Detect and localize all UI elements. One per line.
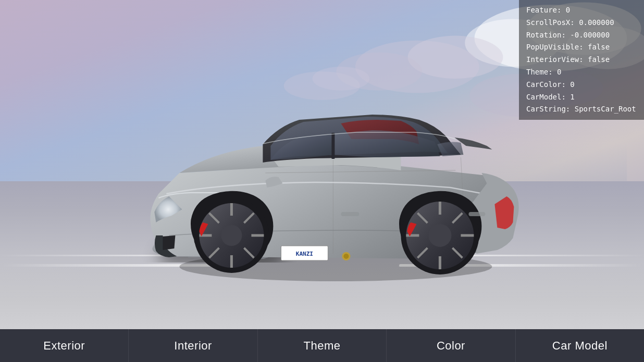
car-svg: KANZI <box>117 58 544 288</box>
svg-rect-40 <box>341 212 359 216</box>
debug-feature: Feature: 0 <box>526 4 637 17</box>
debug-rotation: Rotation: -0.000000 <box>526 29 637 42</box>
svg-rect-41 <box>468 212 485 216</box>
svg-point-29 <box>428 224 451 247</box>
debug-popup: PopUpVisible: false <box>526 41 637 54</box>
svg-point-18 <box>221 225 242 246</box>
nav-interior-label: Interior <box>174 339 212 353</box>
nav-car-model-label: Car Model <box>552 339 608 353</box>
debug-color: CarColor: 0 <box>526 79 637 91</box>
svg-point-15 <box>343 254 349 259</box>
debug-overlay: Feature: 0 ScrollPosX: 0.000000 Rotation… <box>519 0 644 120</box>
nav-color-label: Color <box>437 339 465 353</box>
debug-string: CarString: SportsCar_Root <box>526 103 637 116</box>
nav-interior[interactable]: Interior <box>129 329 257 362</box>
svg-rect-13 <box>331 133 335 159</box>
debug-interior: InteriorView: false <box>526 54 637 66</box>
nav-theme[interactable]: Theme <box>258 329 387 362</box>
nav-color[interactable]: Color <box>387 329 515 362</box>
svg-text:KANZI: KANZI <box>296 251 313 257</box>
nav-theme-label: Theme <box>304 339 341 353</box>
debug-model: CarModel: 1 <box>526 91 637 104</box>
nav-car-model[interactable]: Car Model <box>516 329 644 362</box>
debug-scroll: ScrollPosX: 0.000000 <box>526 17 637 29</box>
nav-exterior[interactable]: Exterior <box>0 329 129 362</box>
bottom-nav: Exterior Interior Theme Color Car Model <box>0 329 644 362</box>
app-container: KANZI Feature: 0 ScrollPosX: 0.000000 Ro… <box>0 0 644 362</box>
debug-theme: Theme: 0 <box>526 66 637 79</box>
car-display: KANZI <box>117 58 544 288</box>
nav-exterior-label: Exterior <box>43 339 85 353</box>
